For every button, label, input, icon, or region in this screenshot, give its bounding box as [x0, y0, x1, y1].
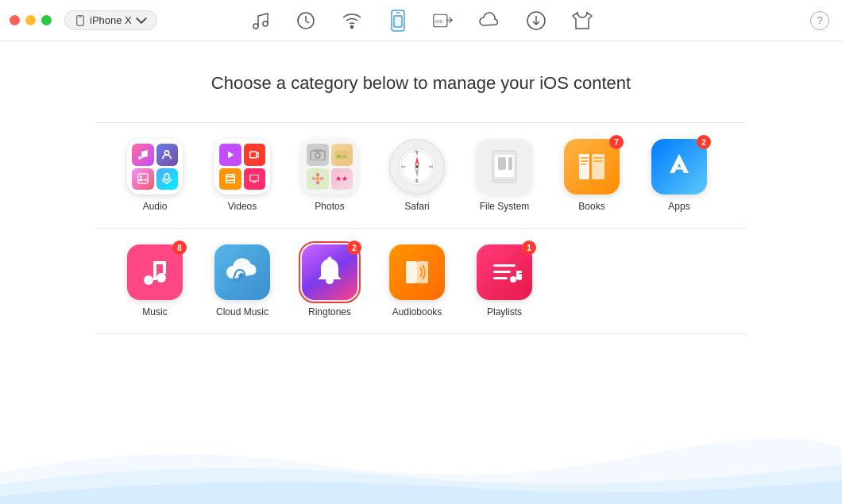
- cloudmusic-label: Cloud Music: [216, 306, 268, 317]
- cloudmusic-icon: [214, 244, 270, 300]
- videos-icon: [214, 139, 270, 194]
- svg-rect-51: [508, 157, 512, 170]
- audio-quad-3: [132, 168, 154, 190]
- filesystem-icon-wrap: [477, 139, 532, 194]
- chevron-down-icon: [136, 15, 147, 26]
- svg-rect-60: [593, 160, 603, 162]
- mic-icon: [161, 173, 172, 184]
- books-icon-wrap: 7: [564, 139, 620, 194]
- apps-label: Apps: [668, 201, 689, 212]
- titlebar: iPhone X: [0, 0, 842, 41]
- category-safari[interactable]: N S Safari: [373, 139, 461, 212]
- iphone-icon: [75, 15, 86, 26]
- device-toolbar-icon[interactable]: [387, 10, 409, 32]
- page-title: Choose a category below to manage your i…: [211, 73, 631, 94]
- category-audiobooks[interactable]: Audiobooks: [373, 244, 461, 317]
- person-icon: [161, 149, 172, 160]
- traffic-lights: [10, 15, 52, 25]
- category-music[interactable]: 8 Music: [111, 244, 199, 317]
- svg-point-34: [311, 177, 315, 180]
- flower-icon: [311, 172, 324, 185]
- category-apps[interactable]: 2 Apps: [635, 139, 723, 212]
- download-toolbar-icon[interactable]: [525, 10, 547, 32]
- svg-point-3: [263, 21, 268, 26]
- category-books[interactable]: 7 Books: [548, 139, 635, 212]
- category-photos[interactable]: ★★★ Photos: [286, 139, 373, 212]
- svg-rect-18: [250, 152, 257, 158]
- photos-label: Photos: [315, 201, 344, 212]
- tshirt-toolbar-icon[interactable]: [571, 10, 593, 32]
- cloud-toolbar-icon[interactable]: [479, 10, 501, 32]
- vq1: [219, 144, 241, 166]
- playlists-badge: 1: [522, 240, 536, 255]
- audio-icon-wrap: [127, 139, 183, 194]
- svg-rect-71: [493, 264, 516, 267]
- ios-update-toolbar-icon[interactable]: iOS: [433, 10, 455, 32]
- svg-rect-26: [311, 151, 325, 160]
- audiobooks-icon-wrap: [389, 244, 445, 300]
- svg-text:S: S: [415, 179, 418, 183]
- safari-icon: N S: [389, 139, 445, 194]
- stars-icon: ★★★: [334, 174, 349, 183]
- phone-screen-icon: [485, 147, 524, 187]
- help-button[interactable]: ?: [810, 11, 829, 30]
- category-row-1: Audio: [95, 123, 747, 229]
- svg-rect-19: [226, 175, 235, 183]
- photos-icon: ★★★: [302, 139, 357, 194]
- category-cloudmusic[interactable]: Cloud Music: [199, 244, 286, 317]
- toolbar: iOS: [249, 10, 593, 32]
- svg-point-14: [140, 175, 142, 178]
- device-selector[interactable]: iPhone X: [64, 10, 157, 30]
- svg-point-66: [156, 273, 166, 283]
- category-audio[interactable]: Audio: [111, 139, 199, 212]
- audio-icon: [127, 139, 183, 194]
- camera-icon: [310, 149, 326, 160]
- main-content: Choose a category below to manage your i…: [0, 41, 842, 334]
- safari-icon-wrap: N S: [389, 139, 445, 194]
- audiobooks-icon: [389, 244, 445, 300]
- music-note-icon: [137, 148, 149, 161]
- playlists-label: Playlists: [487, 306, 522, 317]
- landscape-icon: [334, 150, 349, 160]
- category-row-2: 8 Music Cloud Music: [95, 229, 747, 334]
- category-videos[interactable]: Videos: [199, 139, 286, 212]
- pq2: [331, 144, 353, 166]
- svg-rect-65: [163, 261, 166, 274]
- music-note-large-icon: [139, 256, 171, 288]
- svg-rect-8: [394, 16, 402, 27]
- cloudmusic-icon-wrap: [214, 244, 270, 300]
- pq1: [307, 144, 329, 166]
- videos-icon-wrap: [214, 139, 270, 194]
- svg-point-35: [319, 177, 323, 180]
- category-playlists[interactable]: 1 Playlists: [461, 244, 548, 317]
- history-toolbar-icon[interactable]: [295, 10, 317, 32]
- svg-rect-59: [593, 157, 603, 159]
- maximize-button[interactable]: [41, 15, 52, 25]
- safari-label: Safari: [404, 201, 429, 212]
- music-toolbar-icon[interactable]: [249, 10, 271, 32]
- filesystem-label: File System: [480, 201, 530, 212]
- svg-point-62: [144, 275, 153, 285]
- audio-label: Audio: [143, 201, 168, 212]
- svg-rect-58: [581, 164, 586, 165]
- svg-rect-56: [581, 157, 589, 159]
- svg-point-68: [328, 257, 332, 261]
- category-ringtones[interactable]: 2 Ringtones: [286, 244, 373, 317]
- photo-icon: [137, 173, 149, 184]
- category-filesystem[interactable]: File System: [461, 139, 548, 212]
- wifi-toolbar-icon[interactable]: [341, 10, 363, 32]
- cloud-music-icon: [225, 255, 260, 290]
- close-button[interactable]: [10, 15, 20, 25]
- svg-point-45: [415, 165, 419, 168]
- music-badge: 8: [172, 240, 187, 255]
- minimize-button[interactable]: [25, 15, 36, 25]
- playlists-icon-wrap: 1: [477, 244, 532, 300]
- svg-point-33: [316, 181, 319, 185]
- svg-rect-69: [406, 261, 417, 283]
- appstore-icon: [662, 149, 697, 184]
- ringtones-label: Ringtones: [308, 306, 351, 317]
- audiobook-icon: [400, 255, 435, 290]
- svg-point-27: [315, 153, 320, 158]
- category-section: Audio: [95, 122, 747, 334]
- svg-rect-15: [165, 174, 169, 180]
